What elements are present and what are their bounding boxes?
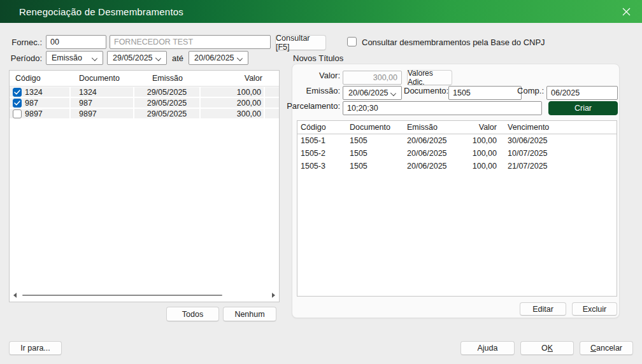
window-title: Renegociação de Desmembramentos — [19, 6, 183, 17]
column-header: Código — [10, 74, 71, 83]
valor-cell: 100,00 — [461, 136, 500, 145]
emissao-cell: 20/06/2025 — [404, 149, 461, 158]
title-bar: Renegociação de Desmembramentos — [0, 0, 642, 23]
documento-cell: 9897 — [71, 109, 133, 118]
documento-cell: 1505 — [346, 136, 404, 145]
emissao-cell: 20/06/2025 — [404, 162, 461, 171]
valor-cell: 100,00 — [461, 149, 500, 158]
list-item[interactable]: 1505-1150520/06/2025100,0030/06/2025 — [297, 134, 617, 147]
scrollbar-thumb[interactable] — [22, 295, 222, 296]
fornec-label: Fornec.: — [0, 38, 42, 47]
documento-cell: 1505 — [346, 149, 404, 158]
vencimento-cell: 21/07/2025 — [500, 162, 617, 171]
close-button[interactable] — [619, 4, 633, 18]
codigo-cell: 9897 — [25, 109, 43, 118]
emissao-label: Emissão: — [292, 86, 340, 95]
column-header: Valor — [461, 123, 500, 132]
cnpj-checkbox[interactable] — [347, 37, 357, 46]
documento-input[interactable] — [448, 86, 522, 100]
column-header: Emissão — [404, 123, 461, 132]
source-titles-list[interactable]: Código Documento Emissão Valor 132413242… — [9, 70, 280, 302]
valores-adic-button[interactable]: Valores Adic. — [407, 70, 452, 85]
periodo-label: Período: — [0, 53, 42, 63]
column-header: Emissão — [134, 74, 201, 83]
valor-cell: 100,00 — [461, 162, 500, 171]
list-item[interactable]: 9897989729/05/2025300,00 — [10, 108, 279, 119]
documento-label: Documento: — [404, 86, 445, 95]
consultar-button[interactable]: Consultar [F5] — [275, 35, 326, 50]
emissao-cell: 29/05/2025 — [134, 109, 199, 118]
emissao-date-select[interactable]: 20/06/2025 — [343, 86, 402, 100]
novos-titulos-panel: Valor: Valores Adic. Emissão: 20/06/2025… — [292, 64, 620, 318]
codigo-cell: 987 — [25, 99, 38, 108]
scroll-right-icon[interactable] — [272, 293, 275, 298]
valor-cell: 100,00 — [201, 87, 264, 97]
comp-input[interactable] — [546, 86, 618, 100]
source-list-header: Código Documento Emissão Valor — [10, 71, 279, 87]
chevron-down-icon — [390, 90, 396, 96]
ok-button[interactable]: OK — [520, 341, 574, 355]
comp-label: Comp.: — [512, 86, 544, 95]
ir-para-button[interactable]: Ir para... — [9, 341, 62, 355]
codigo-cell: 1505-2 — [297, 149, 346, 158]
documento-cell: 1505 — [346, 162, 404, 171]
vencimento-cell: 30/06/2025 — [500, 136, 617, 145]
chevron-down-icon — [237, 55, 243, 61]
new-list-header: Código Documento Emissão Valor Venciment… — [297, 121, 617, 134]
codigo-cell: 1324 — [25, 88, 43, 97]
fornec-name-input[interactable] — [110, 35, 271, 49]
row-checkbox[interactable] — [13, 109, 22, 118]
ate-label: até — [172, 53, 183, 63]
close-icon — [622, 8, 631, 16]
date-from-select[interactable]: 29/05/2025 — [107, 51, 167, 65]
parcelamento-input[interactable] — [343, 101, 542, 115]
ajuda-button[interactable]: Ajuda — [460, 341, 515, 355]
new-titles-list[interactable]: Código Documento Emissão Valor Venciment… — [297, 120, 617, 297]
novos-titulos-section-label: Novos Títulos — [293, 53, 343, 63]
column-header: Vencimento — [500, 123, 617, 132]
todos-button[interactable]: Todos — [166, 307, 219, 321]
row-checkbox[interactable] — [13, 88, 22, 97]
excluir-button[interactable]: Excluir — [572, 302, 617, 316]
chevron-down-icon — [92, 55, 97, 61]
codigo-cell: 1505-3 — [297, 162, 346, 171]
source-list-body: 1324132429/05/2025100,0098798729/05/2025… — [10, 87, 279, 119]
emissao-cell: 29/05/2025 — [134, 87, 199, 97]
valor-cell: 200,00 — [201, 98, 264, 108]
horizontal-scrollbar[interactable] — [10, 291, 278, 299]
date-to-select[interactable]: 20/06/2025 — [189, 51, 248, 65]
column-header: Código — [297, 123, 346, 132]
emissao-cell: 20/06/2025 — [404, 136, 461, 145]
row-checkbox[interactable] — [13, 99, 22, 108]
codigo-cell: 1505-1 — [297, 136, 346, 145]
fornec-code-input[interactable] — [46, 35, 106, 49]
cnpj-checkbox-label: Consultar desmembramentos pela Base do C… — [362, 38, 545, 47]
vencimento-cell: 10/07/2025 — [500, 149, 617, 158]
valor-input — [343, 71, 402, 85]
criar-button[interactable]: Criar — [548, 101, 618, 115]
list-item[interactable]: 1505-3150520/06/2025100,0021/07/2025 — [297, 160, 617, 172]
list-item[interactable]: 1505-2150520/06/2025100,0010/07/2025 — [297, 147, 617, 160]
periodo-type-select[interactable]: Emissão — [46, 51, 103, 65]
column-header: Documento — [71, 74, 134, 83]
scroll-left-icon[interactable] — [13, 293, 17, 298]
documento-cell: 987 — [71, 98, 133, 108]
documento-cell: 1324 — [71, 87, 133, 97]
new-list-body: 1505-1150520/06/2025100,0030/06/20251505… — [297, 134, 617, 172]
chevron-down-icon — [155, 55, 161, 61]
parcelamento-label: Parcelamento: — [285, 101, 340, 111]
valor-label: Valor: — [292, 71, 340, 80]
valor-cell: 300,00 — [201, 109, 264, 118]
column-header: Documento — [346, 123, 404, 132]
emissao-cell: 29/05/2025 — [134, 98, 199, 108]
cancelar-button[interactable]: Cancelar — [580, 341, 633, 355]
nenhum-button[interactable]: Nenhum — [223, 307, 276, 321]
editar-button[interactable]: Editar — [520, 302, 566, 316]
supplier-filter-row: Fornec.: Consultar [F5] Consultar desmem… — [0, 35, 642, 50]
list-item[interactable]: 1324132429/05/2025100,00 — [10, 87, 279, 97]
list-item[interactable]: 98798729/05/2025200,00 — [10, 97, 279, 108]
column-header: Valor — [201, 74, 265, 83]
